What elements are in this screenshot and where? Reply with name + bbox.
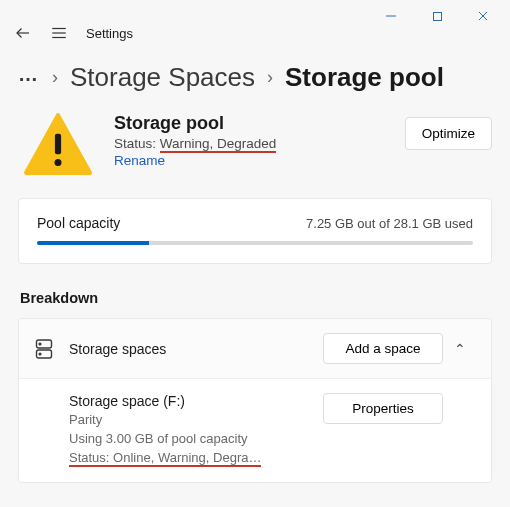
properties-button[interactable]: Properties [323,393,443,424]
optimize-button[interactable]: Optimize [405,117,492,150]
rename-link[interactable]: Rename [114,153,165,168]
capacity-progress [37,241,473,245]
capacity-progress-fill [37,241,149,245]
svg-point-13 [39,353,41,355]
minimize-button[interactable] [368,1,414,31]
chevron-right-icon: › [52,67,58,88]
storage-space-detail: Storage space (F:) Parity Using 3.00 GB … [19,379,491,482]
svg-rect-8 [55,134,61,155]
chevron-right-icon: › [267,67,273,88]
space-status-value: Status: Online, Warning, Degra… [69,450,261,467]
breadcrumb: … › Storage Spaces › Storage pool [18,54,492,113]
breadcrumb-more[interactable]: … [18,63,40,92]
breakdown-title: Breakdown [20,290,492,306]
pool-status-value: Warning, Degraded [160,136,277,153]
pool-capacity-card: Pool capacity 7.25 GB out of 28.1 GB use… [18,198,492,264]
app-title: Settings [86,26,133,41]
breadcrumb-current: Storage pool [285,62,444,93]
close-button[interactable] [460,1,506,31]
back-button[interactable] [14,24,32,42]
breakdown-card: Storage spaces Add a space ⌃ Storage spa… [18,318,492,483]
storage-spaces-row[interactable]: Storage spaces Add a space ⌃ [19,319,491,379]
space-type: Parity [69,411,323,430]
capacity-label: Pool capacity [37,215,120,231]
pool-name: Storage pool [114,113,383,134]
space-title: Storage space (F:) [69,393,323,409]
svg-rect-1 [433,12,441,20]
svg-point-9 [54,159,61,166]
warning-triangle-icon [24,113,92,178]
pool-status-prefix: Status: [114,136,160,151]
svg-point-12 [39,343,41,345]
storage-icon [33,339,55,359]
maximize-button[interactable] [414,1,460,31]
space-status: Status: Online, Warning, Degra… [69,449,323,468]
pool-header: Storage pool Status: Warning, Degraded R… [18,113,492,178]
chevron-up-icon[interactable]: ⌃ [443,341,477,357]
menu-button[interactable] [50,24,68,42]
space-usage: Using 3.00 GB of pool capacity [69,430,323,449]
breadcrumb-parent[interactable]: Storage Spaces [70,62,255,93]
add-space-button[interactable]: Add a space [323,333,443,364]
pool-status-line: Status: Warning, Degraded [114,136,383,151]
capacity-usage: 7.25 GB out of 28.1 GB used [306,216,473,231]
storage-spaces-label: Storage spaces [69,341,323,357]
